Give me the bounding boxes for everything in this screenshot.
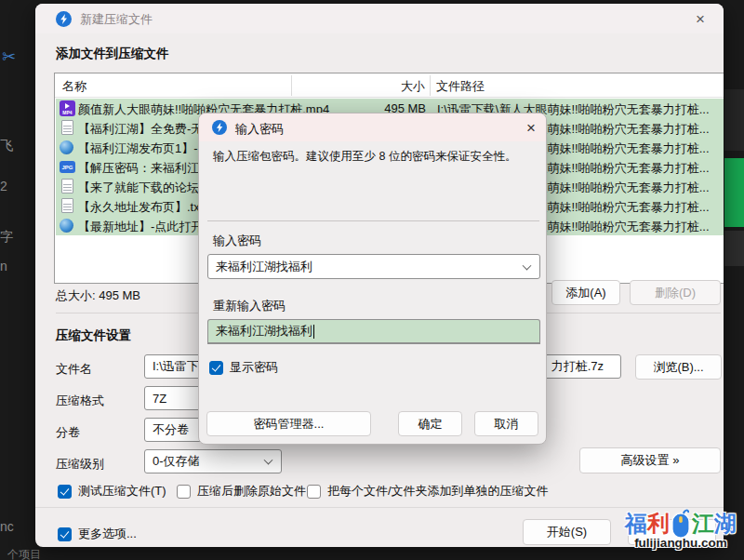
chevron-down-icon[interactable] bbox=[523, 260, 532, 270]
level-value: 0-仅存储 bbox=[153, 453, 200, 470]
checkbox-label: 显示密码 bbox=[230, 359, 278, 376]
watermark-char: 江 bbox=[692, 509, 714, 539]
desktop-item bbox=[724, 89, 744, 151]
more-options-checkbox[interactable]: 更多选项... bbox=[58, 526, 137, 542]
volume-value: 不分卷 bbox=[153, 421, 189, 438]
checkbox-icon bbox=[58, 485, 72, 499]
level-label: 压缩级别 bbox=[56, 456, 104, 473]
test-archive-checkbox[interactable]: 测试压缩文件(T) bbox=[58, 483, 166, 500]
total-size-text: 总大小: 495 MB bbox=[56, 287, 140, 304]
fulijianghu-watermark: 福利 江湖 fulijianghu.com bbox=[618, 499, 744, 558]
ok-button[interactable]: 确定 bbox=[398, 411, 462, 436]
checkbox-label: 测试压缩文件(T) bbox=[78, 483, 166, 500]
confirm-password-label: 重新输入密码 bbox=[213, 298, 286, 314]
format-label: 压缩格式 bbox=[56, 393, 104, 409]
checkbox-icon bbox=[177, 485, 191, 499]
dialog-description: 输入压缩包密码。建议使用至少 8 位的密码来保证安全性。 bbox=[213, 148, 534, 165]
desktop-glyph: 飞 bbox=[0, 138, 13, 154]
desktop-glyph: 字 bbox=[0, 229, 13, 246]
column-header-size[interactable]: 大小 bbox=[299, 78, 425, 95]
watermark-site-url: fulijianghu.com bbox=[618, 536, 744, 550]
separate-archives-checkbox[interactable]: 把每个文件/文件夹添加到单独的压缩文件 bbox=[307, 483, 549, 500]
password-label: 输入密码 bbox=[213, 233, 261, 249]
section-title: 添加文件到压缩文件 bbox=[56, 46, 169, 62]
checkbox-label: 更多选项... bbox=[78, 526, 137, 542]
confirm-password-input[interactable]: 来福利江湖找福利 bbox=[207, 319, 540, 344]
start-button[interactable]: 开始(S) bbox=[523, 519, 611, 545]
show-password-checkbox[interactable]: 显示密码 bbox=[209, 359, 278, 376]
checkbox-label: 把每个文件/文件夹添加到单独的压缩文件 bbox=[327, 483, 549, 500]
mouse-icon bbox=[669, 508, 693, 540]
password-value: 来福利江湖找福利 bbox=[216, 259, 312, 275]
level-select[interactable]: 0-仅存储 bbox=[144, 449, 282, 473]
table-header[interactable]: 名称 大小 文件路径 bbox=[55, 73, 724, 98]
password-input[interactable]: 来福利江湖找福利 bbox=[207, 254, 540, 279]
settings-section-title: 压缩文件设置 bbox=[56, 327, 131, 344]
checkbox-label: 压缩后删除原始文件 bbox=[197, 483, 306, 500]
add-button[interactable]: 添加(A) bbox=[551, 280, 620, 305]
cancel-button[interactable]: 取消 bbox=[474, 411, 538, 436]
globe-icon bbox=[60, 219, 73, 233]
volume-label: 分卷 bbox=[56, 424, 80, 441]
column-divider[interactable] bbox=[291, 75, 292, 96]
format-value: 7Z bbox=[153, 392, 166, 406]
dialog-close-icon[interactable]: × bbox=[526, 120, 536, 136]
dialog-title-bar[interactable]: 输入密码 × bbox=[199, 113, 546, 141]
title-bar[interactable]: 新建压缩文件 × bbox=[35, 4, 724, 33]
file-name: 【永久地址发布页】.txt bbox=[78, 199, 203, 216]
text-file-icon bbox=[61, 179, 73, 193]
jpg-icon: JPG bbox=[60, 161, 75, 173]
password-manager-button[interactable]: 密码管理器... bbox=[206, 411, 371, 436]
desktop-green-item bbox=[724, 158, 744, 227]
text-file-icon bbox=[61, 120, 73, 135]
desktop-glyph: nc bbox=[0, 519, 14, 534]
mp4-icon: MP4 bbox=[60, 100, 75, 116]
enter-password-dialog: 输入密码 × 输入压缩包密码。建议使用至少 8 位的密码来保证安全性。 输入密码… bbox=[198, 113, 547, 445]
desktop-status-text: 个项目 bbox=[7, 547, 41, 560]
delete-button[interactable]: 删除(D) bbox=[630, 280, 721, 305]
scissors-icon: ✂ bbox=[2, 47, 16, 67]
column-header-path[interactable]: 文件路径 bbox=[436, 78, 485, 95]
advanced-settings-button[interactable]: 高级设置 » bbox=[579, 447, 721, 473]
window-title: 新建压缩文件 bbox=[80, 11, 153, 28]
desktop-item bbox=[724, 231, 744, 266]
desktop-glyph: 2 bbox=[0, 179, 7, 193]
watermark-char: 湖 bbox=[714, 509, 737, 539]
checkbox-icon bbox=[58, 527, 72, 541]
checkbox-icon bbox=[307, 485, 321, 499]
checkbox-icon bbox=[209, 361, 223, 375]
filename-value-right: 力打桩.7z bbox=[551, 358, 604, 375]
bandizip-app-icon bbox=[56, 11, 72, 27]
globe-icon bbox=[60, 140, 73, 154]
desktop-glyph: n bbox=[0, 259, 7, 273]
watermark-text: 福利 江湖 bbox=[618, 508, 744, 540]
confirm-password-value: 来福利江湖找福利 bbox=[216, 323, 312, 340]
watermark-char: 福 bbox=[625, 509, 647, 539]
text-file-icon bbox=[61, 198, 73, 213]
chevron-down-icon bbox=[264, 456, 273, 465]
column-divider[interactable] bbox=[430, 75, 431, 96]
column-header-name[interactable]: 名称 bbox=[62, 78, 86, 95]
dialog-title: 输入密码 bbox=[235, 121, 284, 138]
window-close-icon[interactable]: × bbox=[696, 11, 705, 27]
bandizip-app-icon bbox=[212, 120, 227, 135]
text-cursor bbox=[313, 325, 314, 339]
watermark-char: 利 bbox=[647, 509, 670, 539]
filename-label: 文件名 bbox=[56, 361, 92, 378]
divider bbox=[207, 220, 539, 221]
browse-button[interactable]: 浏览(B)... bbox=[635, 354, 722, 380]
delete-after-checkbox[interactable]: 压缩后删除原始文件 bbox=[177, 483, 306, 500]
